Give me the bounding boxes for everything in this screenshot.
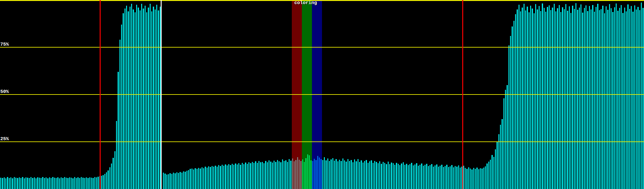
histogram-bar	[12, 178, 13, 189]
histogram-bar	[514, 21, 514, 189]
histogram-bar	[379, 161, 380, 189]
histogram-bar	[575, 3, 576, 189]
histogram-bar	[383, 162, 384, 189]
histogram-bar	[498, 134, 499, 189]
histogram-bar	[545, 12, 546, 189]
histogram-bar	[227, 165, 228, 189]
histogram-bar	[91, 178, 92, 189]
histogram-bar	[425, 165, 425, 189]
histogram-bar	[269, 160, 269, 189]
histogram-bar	[602, 6, 603, 189]
histogram-bar	[250, 163, 251, 189]
histogram-bar	[354, 159, 355, 189]
histogram-bar	[349, 161, 350, 189]
histogram-bar	[202, 167, 203, 189]
histogram-bar	[572, 6, 573, 189]
histogram-bar	[453, 167, 454, 189]
histogram-bar	[507, 85, 508, 189]
histogram-bar	[520, 11, 521, 189]
histogram-bar	[185, 172, 186, 189]
histogram-bar	[376, 162, 377, 189]
histogram-bar	[171, 174, 172, 189]
histogram-bar	[205, 167, 206, 189]
gridline-25	[0, 141, 644, 142]
histogram-bar	[378, 163, 379, 189]
histogram-bar	[29, 178, 30, 189]
histogram-bar	[606, 6, 607, 189]
histogram-bar	[79, 178, 80, 189]
histogram-bar	[567, 11, 568, 189]
histogram-bar	[279, 161, 280, 189]
histogram-bar	[547, 7, 548, 189]
histogram-bar	[319, 158, 320, 189]
histogram-bar	[450, 166, 451, 189]
histogram-bar	[639, 10, 640, 189]
histogram-bar	[431, 164, 432, 189]
histogram-bar	[359, 162, 360, 189]
histogram-bar	[404, 165, 405, 189]
gridline-100	[0, 0, 644, 1]
histogram-bar	[463, 166, 464, 189]
histogram-bar	[609, 4, 610, 189]
histogram-bar	[44, 178, 45, 189]
histogram-bar	[325, 160, 326, 189]
histogram-bar	[248, 162, 249, 189]
histogram-bar	[636, 9, 637, 189]
histogram-bar	[307, 154, 308, 189]
histogram-bar	[218, 165, 219, 189]
histogram-bar	[476, 168, 477, 189]
histogram-bar	[574, 9, 575, 189]
histogram-bar	[589, 6, 590, 189]
histogram-bar	[37, 177, 38, 189]
histogram-bar	[314, 159, 315, 189]
histogram-bar	[275, 162, 276, 189]
histogram-bar	[569, 6, 570, 189]
histogram-bar	[207, 168, 208, 189]
histogram-bar	[265, 161, 266, 189]
histogram-bar	[203, 168, 204, 189]
histogram-bar	[168, 174, 169, 189]
histogram-bar	[481, 169, 482, 189]
histogram-bar	[128, 11, 129, 189]
histogram-bar	[212, 166, 213, 189]
histogram-bar	[368, 163, 369, 189]
histogram-bar	[49, 177, 50, 189]
histogram-display: 75%50%25% coloring	[0, 0, 644, 189]
histogram-bar	[327, 158, 328, 189]
histogram-bar	[341, 161, 341, 189]
histogram-bar	[20, 178, 21, 189]
histogram-bar	[388, 162, 389, 189]
histogram-bar	[74, 177, 75, 189]
histogram-bar	[364, 161, 365, 189]
histogram-bar	[285, 160, 286, 189]
histogram-bar	[361, 160, 362, 189]
histogram-bar	[51, 178, 52, 189]
gridline-75	[0, 47, 644, 48]
histogram-bar	[503, 98, 504, 189]
histogram-bar	[616, 3, 617, 189]
histogram-bar	[262, 162, 263, 189]
histogram-bar	[260, 162, 261, 189]
histogram-bar	[339, 160, 340, 189]
histogram-bar	[627, 4, 628, 189]
histogram-bar	[413, 165, 414, 189]
histogram-bar	[309, 155, 310, 189]
histogram-bar	[297, 157, 298, 189]
histogram-bar	[530, 6, 531, 189]
histogram-bar	[386, 164, 387, 189]
histogram-bar	[232, 164, 233, 189]
histogram-bar	[7, 177, 8, 189]
histogram-bar	[89, 177, 90, 189]
histogram-bar	[56, 178, 57, 189]
histogram-bar	[42, 177, 43, 189]
histogram-bar	[4, 177, 5, 189]
histogram-bar	[441, 165, 442, 189]
histogram-bar	[537, 9, 538, 189]
histogram-bar	[280, 162, 281, 189]
histogram-bar	[406, 164, 407, 189]
axis-label-50: 50%	[0, 89, 9, 94]
histogram-bar	[116, 121, 117, 189]
histogram-bar	[591, 9, 591, 189]
histogram-bar	[483, 168, 484, 189]
histogram-bar	[458, 165, 459, 189]
